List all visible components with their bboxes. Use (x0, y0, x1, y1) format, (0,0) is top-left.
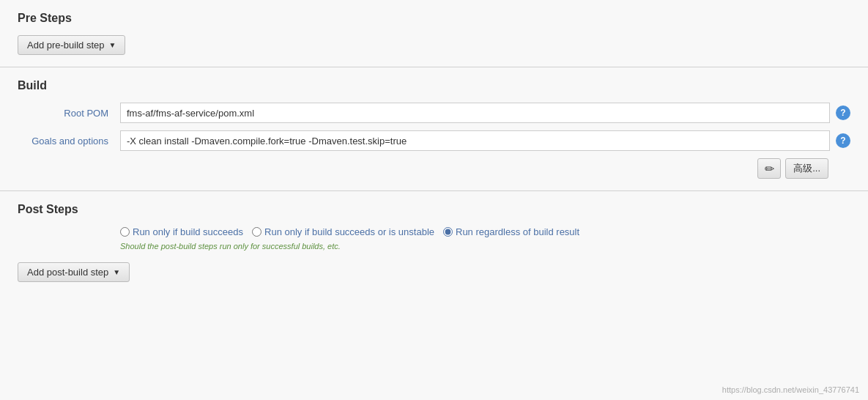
build-title: Build (18, 79, 850, 92)
add-post-build-step-button[interactable]: Add post-build step ▼ (18, 262, 130, 282)
radio-option-success-only[interactable]: Run only if build succeeds (120, 226, 243, 237)
post-steps-title: Post Steps (18, 203, 850, 216)
radio-success-or-unstable[interactable] (252, 227, 261, 237)
radio-option-success-or-unstable[interactable]: Run only if build succeeds or is unstabl… (252, 226, 434, 237)
pre-steps-title: Pre Steps (18, 12, 850, 25)
add-pre-build-step-button[interactable]: Add pre-build step ▼ (18, 35, 125, 55)
add-post-build-step-label: Add post-build step (27, 267, 108, 278)
goals-options-row: Goals and options ? (18, 130, 850, 151)
root-pom-row: Root POM ? (18, 103, 850, 123)
add-pre-build-step-arrow: ▼ (109, 41, 116, 49)
pre-steps-section: Pre Steps Add pre-build step ▼ (0, 0, 868, 67)
watermark: https://blog.csdn.net/weixin_43776741 (722, 385, 859, 394)
radio-option-always[interactable]: Run regardless of build result (443, 226, 579, 237)
post-steps-hint: Should the post-build steps run only for… (120, 242, 850, 251)
radio-always-label: Run regardless of build result (456, 226, 579, 237)
add-pre-build-step-label: Add pre-build step (27, 40, 105, 51)
advanced-button[interactable]: 高级... (785, 158, 828, 179)
root-pom-help-icon[interactable]: ? (836, 105, 850, 120)
build-section: Build Root POM ? Goals and options ? ✏ 高… (0, 67, 868, 190)
root-pom-input[interactable] (120, 103, 830, 123)
goals-options-label: Goals and options (18, 136, 120, 147)
radio-always[interactable] (443, 227, 453, 237)
post-steps-radio-group: Run only if build succeeds Run only if b… (120, 226, 850, 237)
goals-options-input[interactable] (120, 130, 830, 151)
radio-success-only[interactable] (120, 227, 130, 237)
radio-success-only-label: Run only if build succeeds (133, 226, 243, 237)
post-steps-section: Post Steps Run only if build succeeds Ru… (0, 191, 868, 294)
advanced-row: ✏ 高级... (18, 158, 850, 179)
goals-options-help-icon[interactable]: ? (836, 133, 850, 148)
root-pom-label: Root POM (18, 108, 120, 119)
add-post-build-step-arrow: ▼ (113, 268, 120, 276)
radio-success-or-unstable-label: Run only if build succeeds or is unstabl… (264, 226, 434, 237)
advanced-button-label: 高级... (793, 162, 820, 175)
pencil-icon[interactable]: ✏ (757, 158, 781, 179)
